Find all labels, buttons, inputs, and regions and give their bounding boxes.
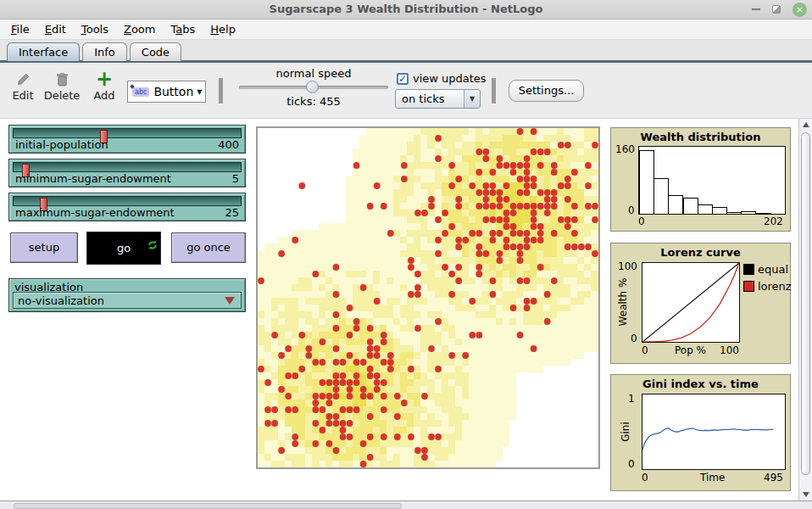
slider-maximum-sugar-endowment[interactable]: maximum-sugar-endowment25 (8, 193, 246, 221)
chooser-value-box[interactable]: no-visualization (13, 292, 242, 309)
settings-button[interactable]: Settings... (509, 80, 584, 102)
maximize-icon[interactable] (772, 5, 781, 14)
wealth-distribution-plot: Wealth distribution 160 0 0 202 (610, 127, 791, 232)
speed-control: normal speed ticks: 455 (236, 67, 392, 108)
legend-item-equal: equal (743, 263, 788, 276)
lorenz-curve-plot: Lorenz curve 100 0 Wealth % 0 Pop % 100 … (610, 243, 791, 364)
vertical-scrollbar[interactable] (798, 119, 812, 501)
scroll-up-icon[interactable] (799, 119, 812, 131)
toolbar-separator (492, 78, 496, 103)
slider-minimum-sugar-endowment[interactable]: minimum-sugar-endowment5 (8, 159, 246, 187)
plus-icon: + (88, 70, 120, 88)
toolbar: Edit Delete + Add abc Button ▼ normal sp… (0, 63, 812, 119)
interface-canvas: initial-population400 minimum-sugar-endo… (0, 119, 812, 501)
tab-info[interactable]: Info (82, 42, 127, 61)
menu-tools[interactable]: Tools (74, 23, 116, 36)
update-mode-dropdown[interactable]: on ticks ▼ (395, 89, 481, 109)
menu-help[interactable]: Help (203, 23, 243, 36)
menu-edit[interactable]: Edit (37, 23, 74, 36)
plot-title: Gini index vs. time (611, 375, 790, 390)
plot-title: Lorenz curve (611, 243, 790, 259)
scrollbar-thumb[interactable] (801, 132, 810, 475)
chevron-down-icon: ▼ (197, 88, 202, 96)
chooser-dropdown-icon (225, 297, 235, 305)
gini-index-plot: Gini index vs. time 1 0 Gini 0 Time 495 (610, 374, 791, 491)
forever-icon (147, 231, 158, 262)
speed-slider[interactable] (239, 86, 388, 89)
speed-slider-thumb[interactable] (306, 81, 319, 93)
menu-bar: File Edit Tools Zoom Tabs Help (0, 20, 812, 40)
edit-tool-button[interactable]: Edit (7, 70, 39, 102)
netlogo-window: Sugarscape 3 Wealth Distribution - NetLo… (0, 0, 812, 509)
title-bar: Sugarscape 3 Wealth Distribution - NetLo… (0, 0, 812, 20)
button-widget-icon: abc (132, 87, 149, 97)
trash-icon (42, 70, 81, 88)
visualization-chooser[interactable]: visualization no-visualization (8, 278, 246, 312)
tab-code[interactable]: Code (130, 42, 181, 61)
plot-title: Wealth distribution (611, 128, 790, 143)
slider-track[interactable] (13, 196, 242, 206)
menu-tabs[interactable]: Tabs (163, 23, 203, 36)
world-view-canvas (258, 128, 598, 467)
legend-swatch (743, 264, 754, 275)
slider-track[interactable] (13, 128, 242, 138)
go-once-button[interactable]: go once (171, 232, 246, 263)
chevron-down-icon: ▼ (464, 90, 480, 108)
legend-swatch (743, 281, 754, 292)
setup-button[interactable]: setup (10, 232, 78, 263)
view-updates-checkbox[interactable]: ✓ (397, 73, 409, 85)
tab-interface[interactable]: Interface (7, 42, 80, 61)
slider-initial-population[interactable]: initial-population400 (8, 125, 246, 154)
menu-zoom[interactable]: Zoom (116, 23, 163, 36)
go-button[interactable]: go (86, 232, 161, 265)
minimize-icon[interactable] (752, 8, 760, 10)
scroll-down-icon[interactable] (799, 489, 812, 501)
add-tool-button[interactable]: + Add (88, 70, 120, 102)
world-view (256, 126, 600, 469)
ticks-counter: ticks: 455 (236, 95, 392, 108)
view-updates-label: view updates (413, 72, 487, 85)
window-title: Sugarscape 3 Wealth Distribution - NetLo… (0, 0, 812, 19)
delete-tool-button[interactable]: Delete (42, 70, 81, 102)
legend-item-lorenz: lorenz (743, 280, 792, 293)
toolbar-separator (219, 78, 223, 103)
horizontal-scrollbar[interactable] (0, 501, 812, 509)
pencil-icon (7, 70, 39, 88)
scrollbar-thumb[interactable] (14, 503, 402, 509)
tab-row: Interface Info Code (0, 40, 812, 60)
widget-type-dropdown[interactable]: abc Button ▼ (127, 81, 206, 103)
menu-file[interactable]: File (3, 23, 37, 36)
slider-track[interactable] (13, 162, 242, 172)
close-icon[interactable]: ✕ (793, 3, 807, 17)
speed-label: normal speed (236, 67, 392, 80)
